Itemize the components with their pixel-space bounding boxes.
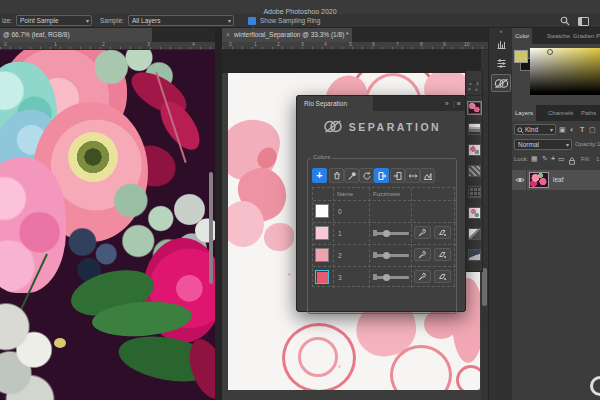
sample-size-dropdown[interactable]: Point Sample ▾ bbox=[16, 15, 92, 26]
type-layer-filter-icon[interactable]: T bbox=[580, 126, 584, 133]
tab-paths[interactable]: Paths bbox=[578, 105, 599, 121]
preview-shape bbox=[390, 345, 452, 390]
collapse-panel-icon[interactable]: » bbox=[445, 100, 449, 107]
close-icon[interactable]: × bbox=[226, 31, 230, 38]
export-icon[interactable] bbox=[374, 168, 389, 183]
sample-label: Sample: bbox=[100, 17, 124, 24]
histogram-icon[interactable] bbox=[420, 168, 435, 183]
tab-swatches[interactable]: Swatche bbox=[544, 28, 573, 44]
preview-thumbnail-gradient-ramp[interactable] bbox=[468, 123, 481, 135]
color-name-2: 2 bbox=[338, 252, 342, 259]
preview-shape bbox=[264, 223, 294, 251]
blend-mode-dropdown[interactable]: Normal ▾ bbox=[514, 139, 572, 150]
panel-menu-icon[interactable]: ≡ bbox=[457, 100, 461, 107]
collapse-rail-icon[interactable]: « bbox=[489, 28, 513, 34]
preview-thumbnail-grid[interactable] bbox=[468, 186, 481, 198]
workspace-switcher-icon[interactable] bbox=[578, 17, 589, 26]
tab-channels[interactable]: Channels bbox=[545, 105, 576, 121]
artwork-shape bbox=[0, 298, 58, 400]
adjustment-layer-filter-icon[interactable]: ◐ bbox=[570, 126, 574, 133]
slider-thumb[interactable] bbox=[383, 230, 390, 237]
canvas-dark-band bbox=[222, 50, 488, 73]
layer-row-leaf[interactable]: leaf bbox=[512, 170, 600, 190]
chevron-down-icon: ▾ bbox=[566, 141, 569, 148]
color-swatch-1[interactable] bbox=[315, 226, 329, 240]
fill-value[interactable]: 1 bbox=[596, 156, 599, 162]
wrench-icon[interactable] bbox=[414, 248, 431, 261]
color-picker-marker[interactable] bbox=[547, 49, 553, 55]
preview-thumbnail-halftone[interactable] bbox=[468, 165, 481, 177]
search-icon[interactable] bbox=[560, 16, 570, 26]
lock-artboard-icon[interactable]: ▭ bbox=[558, 155, 565, 163]
wrench-icon[interactable] bbox=[414, 226, 431, 239]
fuzziness-slider-3[interactable] bbox=[373, 270, 409, 284]
preview-thumbnail-floral-pattern[interactable] bbox=[468, 102, 481, 114]
layer-thumbnail[interactable] bbox=[529, 172, 549, 188]
histogram-panel-icon[interactable] bbox=[491, 36, 511, 52]
chevron-down-icon: ▾ bbox=[550, 126, 553, 133]
artwork-shape bbox=[68, 132, 118, 182]
collapse-panel-icon[interactable]: » bbox=[475, 86, 478, 92]
pixel-layer-filter-icon[interactable]: ▣ bbox=[559, 126, 566, 134]
add-color-button[interactable]: + bbox=[312, 168, 327, 183]
lock-pixels-icon[interactable]: ✎ bbox=[542, 155, 548, 163]
slider-thumb[interactable] bbox=[383, 252, 390, 259]
rio-panel-tab[interactable]: Rio Separation bbox=[297, 96, 373, 112]
color-name-1: 1 bbox=[338, 230, 342, 237]
tab-winterfloral-document[interactable]: × winterfloral_Separation @ 33.3% (1/8) … bbox=[222, 28, 352, 42]
visibility-eye-icon[interactable] bbox=[515, 176, 525, 184]
lock-transparency-icon[interactable]: ▦ bbox=[531, 155, 538, 163]
preview-thumbnail-photo[interactable] bbox=[468, 249, 481, 261]
show-sampling-ring-checkbox[interactable]: ✓ bbox=[248, 17, 256, 25]
lock-all-icon[interactable] bbox=[568, 157, 576, 165]
layer-filter-dropdown[interactable]: Kind ▾ bbox=[514, 124, 556, 135]
preview-shape bbox=[228, 201, 264, 247]
preview-thumbnail-floral-sketch[interactable] bbox=[468, 144, 481, 156]
colors-table: Name Fuzziness 0 1 2 bbox=[312, 187, 455, 287]
fuzziness-slider-2[interactable] bbox=[373, 248, 409, 262]
preview-dock: » ≡ × » bbox=[465, 70, 483, 272]
color-picker-field[interactable] bbox=[530, 48, 600, 95]
rio-separation-panel: Rio Separation » | ≡ SEPARATION Colors + bbox=[296, 95, 466, 312]
color-panel-tabs: Color Swatche Gradien Patter bbox=[512, 28, 600, 44]
preview-thumbnail-brush-knife[interactable] bbox=[468, 228, 481, 240]
tab-patterns[interactable]: Patter bbox=[593, 28, 600, 44]
separation-header: SEPARATION bbox=[297, 119, 467, 134]
foreground-color-chip[interactable] bbox=[514, 50, 528, 63]
tab-layers[interactable]: Layers bbox=[512, 105, 536, 121]
close-icon[interactable]: × bbox=[468, 86, 471, 92]
eraser-icon[interactable] bbox=[434, 270, 451, 283]
lock-label: Lock: bbox=[514, 156, 528, 162]
preview-shape bbox=[338, 365, 341, 368]
tab-label: @ 66.7% (leaf, RGB/8) bbox=[3, 31, 70, 38]
refresh-icon[interactable] bbox=[359, 168, 374, 183]
rio-panel-tab-bar: Rio Separation » | ≡ bbox=[296, 95, 466, 111]
lock-position-icon[interactable]: + bbox=[551, 155, 555, 162]
slider-thumb[interactable] bbox=[383, 274, 390, 281]
left-vertical-scrollbar[interactable] bbox=[209, 172, 213, 284]
artwork-shape bbox=[0, 158, 66, 293]
sample-size-label: ize: bbox=[2, 17, 12, 24]
tab-leaf-document[interactable]: @ 66.7% (leaf, RGB/8) bbox=[0, 28, 152, 42]
eraser-icon[interactable] bbox=[434, 248, 451, 261]
separation-panel-icon[interactable] bbox=[491, 74, 511, 92]
color-swatch-0[interactable] bbox=[315, 204, 329, 218]
center-vertical-scrollbar[interactable] bbox=[482, 268, 487, 306]
import-icon[interactable] bbox=[390, 168, 405, 183]
chevron-down-icon: ▾ bbox=[86, 17, 89, 24]
color-swatch-2[interactable] bbox=[315, 248, 329, 262]
delete-icon[interactable] bbox=[329, 168, 344, 183]
properties-panel-icon[interactable] bbox=[491, 55, 511, 71]
wrench-icon[interactable] bbox=[414, 270, 431, 283]
swap-icon[interactable] bbox=[405, 168, 420, 183]
fuzziness-slider-1[interactable] bbox=[373, 226, 409, 240]
sample-dropdown[interactable]: All Layers ▾ bbox=[128, 15, 234, 26]
shape-layer-filter-icon[interactable]: ▢ bbox=[589, 126, 596, 134]
tab-color[interactable]: Color bbox=[512, 28, 532, 44]
search-icon bbox=[517, 127, 524, 134]
color-name-3: 3 bbox=[338, 274, 342, 281]
eraser-icon[interactable] bbox=[434, 226, 451, 239]
leaf-document-canvas[interactable] bbox=[0, 50, 215, 400]
preview-thumbnail-floral-light[interactable] bbox=[468, 207, 481, 219]
eyedropper-icon[interactable] bbox=[344, 168, 359, 183]
